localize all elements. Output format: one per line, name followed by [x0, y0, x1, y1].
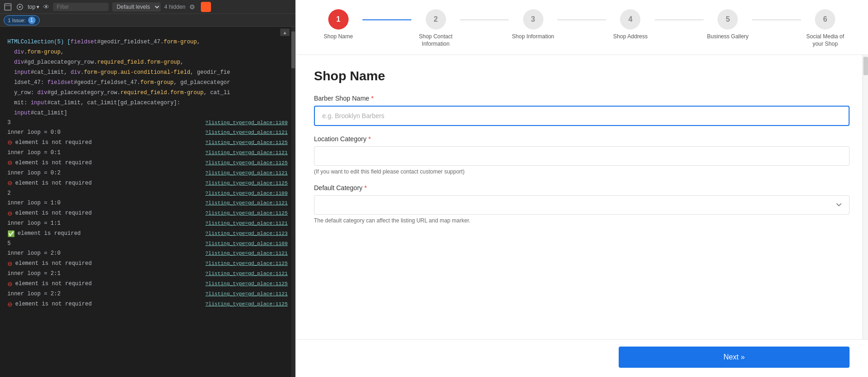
- scroll-up-button[interactable]: ▲: [280, 29, 289, 36]
- inspect-icon[interactable]: [4, 3, 12, 11]
- step-number-6: 6: [823, 15, 827, 24]
- step-label-1: Shop Name: [324, 33, 353, 41]
- stepper: 1 Shop Name 2 Shop Contact Information 3…: [295, 0, 868, 55]
- code-line-5: ldset_47: fieldset#geodir_fieldset_47.fo…: [0, 78, 295, 88]
- step-5: 5 Business Gallery: [704, 9, 752, 48]
- issues-bar: 1 Issue: 1: [0, 14, 295, 27]
- svg-point-3: [19, 6, 21, 8]
- form-content: Shop Name Barber Shop Name * Location Ca…: [295, 55, 868, 339]
- step-circle-5[interactable]: 5: [717, 9, 738, 30]
- default-category-hint: The default category can affect the list…: [314, 217, 850, 224]
- log-error-1: ⊖ element is not required ?listing_type=…: [0, 138, 295, 148]
- step-number-4: 4: [628, 15, 633, 24]
- log-line-10: inner loop = 2:1 ?listing_type=gd_place:…: [0, 269, 295, 279]
- next-button[interactable]: Next »: [619, 347, 850, 368]
- shop-name-label: Barber Shop Name *: [314, 95, 850, 102]
- step-2: 2 Shop Contact Information: [411, 9, 460, 48]
- log-line-4: inner loop = 0:2 ?listing_type=gd_place:…: [0, 168, 295, 178]
- step-number-2: 2: [434, 15, 438, 24]
- location-category-label: Location Category *: [314, 135, 850, 143]
- step-1: 1 Shop Name: [314, 9, 362, 48]
- code-line-6: y_row: div#gd_placecategory_row.required…: [0, 88, 295, 98]
- location-category-hint: (If you want to edit this field please c…: [314, 168, 850, 175]
- form-panel: 1 Shop Name 2 Shop Contact Information 3…: [295, 0, 868, 377]
- step-number-1: 1: [336, 15, 340, 24]
- eye-icon[interactable]: 👁: [43, 3, 49, 11]
- issue-label: 1 Issue:: [8, 18, 26, 23]
- filter-input[interactable]: [53, 3, 108, 11]
- step-circle-6[interactable]: 6: [815, 9, 835, 30]
- form-title: Shop Name: [314, 69, 850, 84]
- code-line-7: mit: input#cat_limit, cat_limit[gd_place…: [0, 98, 295, 108]
- step-circle-4[interactable]: 4: [620, 9, 640, 30]
- log-line-8: 5 ?listing_type=gd_place:1109: [0, 239, 295, 249]
- shop-name-input[interactable]: [314, 106, 850, 126]
- default-category-field: Default Category * The default category …: [314, 184, 850, 224]
- location-category-required: *: [368, 135, 371, 143]
- default-category-label: Default Category *: [314, 184, 850, 191]
- log-line-1: 3 ?listing_type=gd_place:1109: [0, 118, 295, 128]
- step-label-3: Shop Information: [512, 33, 554, 41]
- code-line-3: div#gd_placecategory_row.required_field.…: [0, 57, 295, 67]
- devtools-panel: top ▾ 👁 Default levels 4 hidden ⚙ 1 Issu…: [0, 0, 295, 377]
- step-label-6: Social Media of your Shop: [801, 33, 850, 48]
- step-6: 6 Social Media of your Shop: [801, 9, 850, 48]
- step-connector-3-4: [557, 19, 606, 20]
- step-connector-4-5: [655, 19, 703, 20]
- log-line-6: inner loop = 1:0 ?listing_type=gd_place:…: [0, 198, 295, 208]
- default-category-select[interactable]: [314, 195, 850, 215]
- log-line-2: inner loop = 0:0 ?listing_type=gd_place:…: [0, 128, 295, 138]
- issue-count: 1: [28, 17, 36, 24]
- log-error-7: ⊖ element is not required ?listing_type=…: [0, 299, 295, 310]
- issue-badge[interactable]: 1 Issue: 1: [4, 15, 40, 25]
- step-connector-2-3: [460, 19, 508, 20]
- step-connector-5-6: [752, 19, 801, 20]
- step-number-5: 5: [726, 15, 730, 24]
- location-category-input[interactable]: [314, 146, 850, 166]
- step-label-2: Shop Contact Information: [411, 33, 460, 48]
- log-error-5: ⊖ element is not required ?listing_type=…: [0, 259, 295, 269]
- code-line-8: input#cat_limit]: [0, 108, 295, 118]
- default-category-required: *: [364, 184, 367, 191]
- log-line-3: inner loop = 0:1 ?listing_type=gd_place:…: [0, 148, 295, 158]
- log-error-6: ⊖ element is not required ?listing_type=…: [0, 279, 295, 290]
- log-line-11: inner loop = 2:2 ?listing_type=gd_place:…: [0, 289, 295, 299]
- step-circle-2[interactable]: 2: [426, 9, 446, 30]
- step-4: 4 Shop Address: [606, 9, 655, 48]
- top-dropdown-icon: ▾: [36, 4, 39, 10]
- location-category-field: Location Category * (If you want to edit…: [314, 135, 850, 175]
- log-error-3: ⊖ element is not required ?listing_type=…: [0, 178, 295, 189]
- top-selector[interactable]: top ▾: [28, 4, 39, 10]
- stepper-items: 1 Shop Name 2 Shop Contact Information 3…: [314, 9, 850, 48]
- svg-rect-0: [5, 4, 11, 10]
- htmlcollection-code: HTMLCollection(5) [fieldset#geodir_field…: [0, 37, 295, 47]
- log-success-1: ✅ element is required ?listing_type=gd_p…: [0, 229, 295, 239]
- log-error-2: ⊖ element is not required ?listing_type=…: [0, 158, 295, 168]
- log-line-9: inner loop = 2:0 ?listing_type=gd_place:…: [0, 249, 295, 258]
- hidden-count-badge: 4 hidden: [164, 4, 186, 10]
- step-3: 3 Shop Information: [509, 9, 557, 48]
- log-level-select[interactable]: Default levels: [112, 2, 161, 12]
- step-connector-1-2: [362, 19, 411, 20]
- gear-icon[interactable]: ⚙: [189, 3, 195, 11]
- code-line-2: div.form-group,: [0, 47, 295, 57]
- code-line-4: input#cat_limit, div.form-group.aui-cond…: [0, 67, 295, 78]
- shop-name-required: *: [371, 95, 374, 102]
- cursor-icon[interactable]: [16, 3, 24, 11]
- shop-name-field: Barber Shop Name *: [314, 95, 850, 126]
- devtools-content: ▲ HTMLCollection(5) [fieldset#geodir_fie…: [0, 27, 295, 377]
- form-footer: Next »: [295, 339, 868, 377]
- avatar-icon: [201, 2, 211, 12]
- step-circle-1[interactable]: 1: [328, 9, 349, 30]
- step-label-5: Business Gallery: [707, 33, 748, 41]
- step-label-4: Shop Address: [613, 33, 648, 41]
- log-line-7: inner loop = 1:1 ?listing_type=gd_place:…: [0, 219, 295, 228]
- devtools-toolbar: top ▾ 👁 Default levels 4 hidden ⚙: [0, 0, 295, 14]
- step-number-3: 3: [531, 15, 535, 24]
- log-error-4: ⊖ element is not required ?listing_type=…: [0, 209, 295, 219]
- step-circle-3[interactable]: 3: [523, 9, 543, 30]
- top-label: top: [28, 4, 36, 10]
- log-line-5: 2 ?listing_type=gd_place:1109: [0, 189, 295, 198]
